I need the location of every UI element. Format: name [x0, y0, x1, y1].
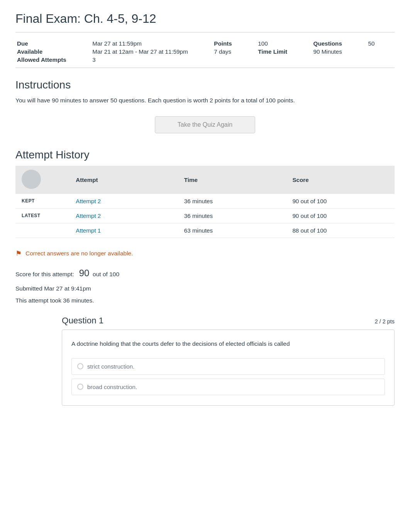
allowed-value: 3	[92, 56, 206, 63]
question-1-pts: 2 / 2 pts	[375, 318, 395, 325]
time-limit-label: Time Limit	[258, 48, 305, 55]
attempt-link-cell[interactable]: Attempt 1	[69, 223, 178, 238]
badge-cell: KEPT	[15, 194, 69, 209]
due-value: Mar 27 at 11:59pm	[92, 40, 206, 47]
submitted-line: Submitted Mar 27 at 9:41pm	[15, 282, 395, 294]
question-1-header: Question 1 2 / 2 pts	[15, 316, 395, 326]
time-cell: 36 minutes	[178, 194, 286, 209]
question-1-content: A doctrine holding that the courts defer…	[62, 330, 395, 406]
badge-cell: LATEST	[15, 208, 69, 223]
col-attempt-header: Attempt	[69, 166, 178, 194]
table-row: KEPT Attempt 2 36 minutes 90 out of 100	[15, 194, 395, 209]
table-row: LATEST Attempt 2 36 minutes 90 out of 10…	[15, 208, 395, 223]
col-score-header: Score	[286, 166, 395, 194]
question-1-block: Question 1 2 / 2 pts A doctrine holding …	[15, 316, 395, 406]
attempt-link-cell[interactable]: Attempt 2	[69, 208, 178, 223]
answer-text: broad construction.	[87, 384, 137, 390]
warning-icon: ⚑	[15, 250, 22, 258]
available-label: Available	[17, 48, 85, 55]
warning-text: Correct answers are no longer available.	[25, 250, 133, 257]
question-1-options: strict construction. broad construction.	[71, 358, 385, 395]
points-label: Points	[214, 40, 250, 47]
time-taken-line: This attempt took 36 minutes.	[15, 294, 395, 306]
table-header-row: Attempt Time Score	[15, 166, 395, 194]
score-label: Score for this attempt:	[15, 271, 74, 277]
score-number: 90	[79, 268, 90, 278]
warning-box: ⚑ Correct answers are no longer availabl…	[15, 250, 395, 258]
question-1-title: Question 1	[62, 316, 103, 326]
questions-value: 50	[368, 40, 393, 47]
score-cell: 88 out of 100	[286, 223, 395, 238]
divider-top	[15, 32, 395, 32]
attempt-link-cell[interactable]: Attempt 2	[69, 194, 178, 209]
col-time-header: Time	[178, 166, 286, 194]
page-title: Final Exam: Ch. 4-5, 9-12	[15, 12, 395, 26]
attempt-link[interactable]: Attempt 2	[76, 198, 101, 204]
badge-cell	[15, 223, 69, 238]
score-line: Score for this attempt: 90 out of 100	[15, 264, 395, 282]
points-value: 100	[258, 40, 305, 47]
time-limit-value: 90 Minutes	[313, 48, 361, 55]
question-1-text: A doctrine holding that the courts defer…	[71, 339, 385, 349]
attempt-history-title: Attempt History	[15, 149, 395, 161]
questions-label: Questions	[313, 40, 361, 47]
attempt-link[interactable]: Attempt 1	[76, 227, 101, 234]
answer-option[interactable]: broad construction.	[71, 379, 385, 395]
answer-text: strict construction.	[87, 363, 134, 370]
col-icon-header	[15, 166, 69, 194]
score-out-of: out of 100	[93, 271, 119, 277]
due-label: Due	[17, 40, 85, 47]
answer-radio	[77, 384, 83, 390]
instructions-text: You will have 90 minutes to answer 50 qu…	[15, 96, 395, 105]
attempt-history-table: Attempt Time Score KEPT Attempt 2 36 min…	[15, 166, 395, 238]
answer-radio	[77, 363, 83, 369]
score-cell: 90 out of 100	[286, 208, 395, 223]
divider-instructions	[15, 68, 395, 68]
attempt-link[interactable]: Attempt 2	[76, 212, 101, 219]
table-row: Attempt 1 63 minutes 88 out of 100	[15, 223, 395, 238]
answer-option[interactable]: strict construction.	[71, 358, 385, 375]
score-summary: Score for this attempt: 90 out of 100 Su…	[15, 264, 395, 306]
time-cell: 63 minutes	[178, 223, 286, 238]
available-value: Mar 21 at 12am - Mar 27 at 11:59pm	[92, 48, 206, 55]
attempt-history-section: Attempt History Attempt Time Score KEPT …	[15, 149, 395, 238]
score-cell: 90 out of 100	[286, 194, 395, 209]
meta-grid: Due Mar 27 at 11:59pm Points 100 Questio…	[15, 37, 395, 66]
allowed-label: Allowed Attempts	[17, 56, 85, 63]
instructions-title: Instructions	[15, 79, 395, 91]
time-cell: 36 minutes	[178, 208, 286, 223]
avatar	[22, 170, 41, 189]
days-value: 7 days	[214, 48, 250, 55]
take-quiz-button[interactable]: Take the Quiz Again	[155, 116, 255, 133]
